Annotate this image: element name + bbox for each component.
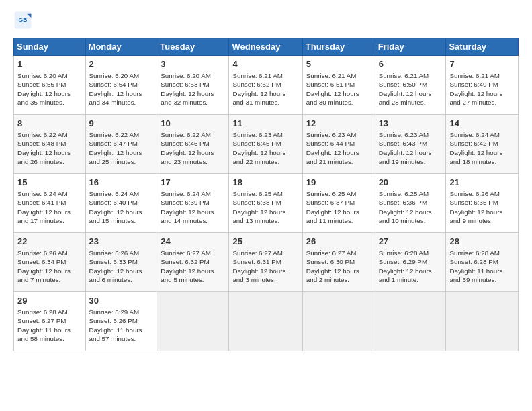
calendar-cell: 13Sunrise: 6:23 AMSunset: 6:43 PMDayligh… <box>375 115 446 174</box>
svg-text:GB: GB <box>19 17 28 24</box>
day-info: Sunrise: 6:28 AMSunset: 6:28 PMDaylight:… <box>449 249 502 284</box>
calendar-cell: 17Sunrise: 6:24 AMSunset: 6:39 PMDayligh… <box>157 174 229 233</box>
calendar-cell: 2Sunrise: 6:20 AMSunset: 6:54 PMDaylight… <box>85 56 157 115</box>
day-number: 17 <box>161 177 225 189</box>
day-info: Sunrise: 6:22 AMSunset: 6:46 PMDaylight:… <box>161 131 214 166</box>
calendar-cell <box>375 292 446 351</box>
calendar-cell: 12Sunrise: 6:23 AMSunset: 6:44 PMDayligh… <box>302 115 375 174</box>
day-info: Sunrise: 6:21 AMSunset: 6:52 PMDaylight:… <box>232 72 285 107</box>
day-info: Sunrise: 6:23 AMSunset: 6:43 PMDaylight:… <box>379 131 432 166</box>
calendar-cell: 25Sunrise: 6:27 AMSunset: 6:31 PMDayligh… <box>229 233 302 292</box>
day-info: Sunrise: 6:25 AMSunset: 6:36 PMDaylight:… <box>379 190 432 225</box>
day-number: 14 <box>449 118 515 130</box>
calendar-cell: 7Sunrise: 6:21 AMSunset: 6:49 PMDaylight… <box>446 56 519 115</box>
day-info: Sunrise: 6:21 AMSunset: 6:51 PMDaylight:… <box>306 72 359 107</box>
day-number: 21 <box>449 177 515 189</box>
day-number: 15 <box>17 177 82 189</box>
day-number: 23 <box>89 236 154 248</box>
calendar-cell: 8Sunrise: 6:22 AMSunset: 6:48 PMDaylight… <box>14 115 86 174</box>
day-number: 19 <box>306 177 371 189</box>
day-info: Sunrise: 6:28 AMSunset: 6:29 PMDaylight:… <box>379 249 432 284</box>
day-info: Sunrise: 6:24 AMSunset: 6:39 PMDaylight:… <box>161 190 214 225</box>
calendar-week-row: 22Sunrise: 6:26 AMSunset: 6:34 PMDayligh… <box>14 233 519 292</box>
calendar-cell: 10Sunrise: 6:22 AMSunset: 6:46 PMDayligh… <box>157 115 229 174</box>
day-info: Sunrise: 6:27 AMSunset: 6:30 PMDaylight:… <box>306 249 359 284</box>
day-number: 1 <box>17 58 82 71</box>
day-number: 18 <box>232 177 298 189</box>
calendar-header-saturday: Saturday <box>446 38 519 56</box>
logo: GB <box>13 11 35 30</box>
calendar-header-row: SundayMondayTuesdayWednesdayThursdayFrid… <box>14 38 519 56</box>
day-number: 20 <box>379 177 443 189</box>
day-number: 5 <box>306 58 371 71</box>
day-info: Sunrise: 6:20 AMSunset: 6:53 PMDaylight:… <box>161 72 214 107</box>
calendar-cell: 28Sunrise: 6:28 AMSunset: 6:28 PMDayligh… <box>446 233 519 292</box>
day-info: Sunrise: 6:24 AMSunset: 6:41 PMDaylight:… <box>17 190 71 225</box>
day-number: 6 <box>379 58 443 71</box>
calendar-cell: 4Sunrise: 6:21 AMSunset: 6:52 PMDaylight… <box>229 56 302 115</box>
calendar-cell <box>302 292 375 351</box>
day-info: Sunrise: 6:20 AMSunset: 6:55 PMDaylight:… <box>17 72 71 107</box>
calendar-cell: 18Sunrise: 6:25 AMSunset: 6:38 PMDayligh… <box>229 174 302 233</box>
day-number: 22 <box>17 236 82 248</box>
day-info: Sunrise: 6:27 AMSunset: 6:31 PMDaylight:… <box>232 249 285 284</box>
logo-icon: GB <box>13 11 32 30</box>
calendar-cell <box>446 292 519 351</box>
calendar-header-sunday: Sunday <box>14 38 86 56</box>
day-number: 29 <box>17 295 82 307</box>
page-container: GB SundayMondayTuesdayWednesdayThursdayF… <box>0 0 532 358</box>
day-info: Sunrise: 6:24 AMSunset: 6:40 PMDaylight:… <box>89 190 142 225</box>
calendar-cell: 16Sunrise: 6:24 AMSunset: 6:40 PMDayligh… <box>85 174 157 233</box>
day-info: Sunrise: 6:28 AMSunset: 6:27 PMDaylight:… <box>17 308 71 343</box>
calendar-cell: 20Sunrise: 6:25 AMSunset: 6:36 PMDayligh… <box>375 174 446 233</box>
day-number: 28 <box>449 236 515 248</box>
day-number: 4 <box>232 58 298 71</box>
day-info: Sunrise: 6:27 AMSunset: 6:32 PMDaylight:… <box>161 249 214 284</box>
header: GB <box>13 11 519 30</box>
calendar-week-row: 15Sunrise: 6:24 AMSunset: 6:41 PMDayligh… <box>14 174 519 233</box>
day-info: Sunrise: 6:23 AMSunset: 6:45 PMDaylight:… <box>232 131 285 166</box>
calendar-cell: 26Sunrise: 6:27 AMSunset: 6:30 PMDayligh… <box>302 233 375 292</box>
day-info: Sunrise: 6:26 AMSunset: 6:35 PMDaylight:… <box>449 190 502 225</box>
day-info: Sunrise: 6:25 AMSunset: 6:37 PMDaylight:… <box>306 190 359 225</box>
day-number: 10 <box>161 118 225 130</box>
day-info: Sunrise: 6:25 AMSunset: 6:38 PMDaylight:… <box>232 190 285 225</box>
day-number: 8 <box>17 118 82 130</box>
calendar-cell: 9Sunrise: 6:22 AMSunset: 6:47 PMDaylight… <box>85 115 157 174</box>
day-number: 30 <box>89 295 154 307</box>
day-info: Sunrise: 6:26 AMSunset: 6:34 PMDaylight:… <box>17 249 71 284</box>
calendar-cell: 23Sunrise: 6:26 AMSunset: 6:33 PMDayligh… <box>85 233 157 292</box>
calendar-table: SundayMondayTuesdayWednesdayThursdayFrid… <box>13 38 519 351</box>
day-number: 12 <box>306 118 371 130</box>
day-info: Sunrise: 6:22 AMSunset: 6:47 PMDaylight:… <box>89 131 142 166</box>
calendar-cell: 19Sunrise: 6:25 AMSunset: 6:37 PMDayligh… <box>302 174 375 233</box>
day-info: Sunrise: 6:22 AMSunset: 6:48 PMDaylight:… <box>17 131 71 166</box>
day-number: 24 <box>161 236 225 248</box>
day-number: 9 <box>89 118 154 130</box>
calendar-week-row: 8Sunrise: 6:22 AMSunset: 6:48 PMDaylight… <box>14 115 519 174</box>
day-info: Sunrise: 6:26 AMSunset: 6:33 PMDaylight:… <box>89 249 142 284</box>
calendar-header-wednesday: Wednesday <box>229 38 302 56</box>
calendar-cell: 14Sunrise: 6:24 AMSunset: 6:42 PMDayligh… <box>446 115 519 174</box>
calendar-header-thursday: Thursday <box>302 38 375 56</box>
calendar-cell: 15Sunrise: 6:24 AMSunset: 6:41 PMDayligh… <box>14 174 86 233</box>
day-number: 25 <box>232 236 298 248</box>
day-number: 13 <box>379 118 443 130</box>
calendar-header-monday: Monday <box>85 38 157 56</box>
calendar-header-friday: Friday <box>375 38 446 56</box>
calendar-cell: 24Sunrise: 6:27 AMSunset: 6:32 PMDayligh… <box>157 233 229 292</box>
day-info: Sunrise: 6:21 AMSunset: 6:49 PMDaylight:… <box>449 72 502 107</box>
day-info: Sunrise: 6:23 AMSunset: 6:44 PMDaylight:… <box>306 131 359 166</box>
calendar-cell <box>157 292 229 351</box>
day-info: Sunrise: 6:24 AMSunset: 6:42 PMDaylight:… <box>449 131 502 166</box>
calendar-cell: 27Sunrise: 6:28 AMSunset: 6:29 PMDayligh… <box>375 233 446 292</box>
day-info: Sunrise: 6:29 AMSunset: 6:26 PMDaylight:… <box>89 308 142 343</box>
day-number: 26 <box>306 236 371 248</box>
day-number: 11 <box>232 118 298 130</box>
calendar-cell <box>229 292 302 351</box>
calendar-cell: 21Sunrise: 6:26 AMSunset: 6:35 PMDayligh… <box>446 174 519 233</box>
calendar-cell: 1Sunrise: 6:20 AMSunset: 6:55 PMDaylight… <box>14 56 86 115</box>
calendar-cell: 11Sunrise: 6:23 AMSunset: 6:45 PMDayligh… <box>229 115 302 174</box>
calendar-week-row: 1Sunrise: 6:20 AMSunset: 6:55 PMDaylight… <box>14 56 519 115</box>
day-info: Sunrise: 6:21 AMSunset: 6:50 PMDaylight:… <box>379 72 432 107</box>
